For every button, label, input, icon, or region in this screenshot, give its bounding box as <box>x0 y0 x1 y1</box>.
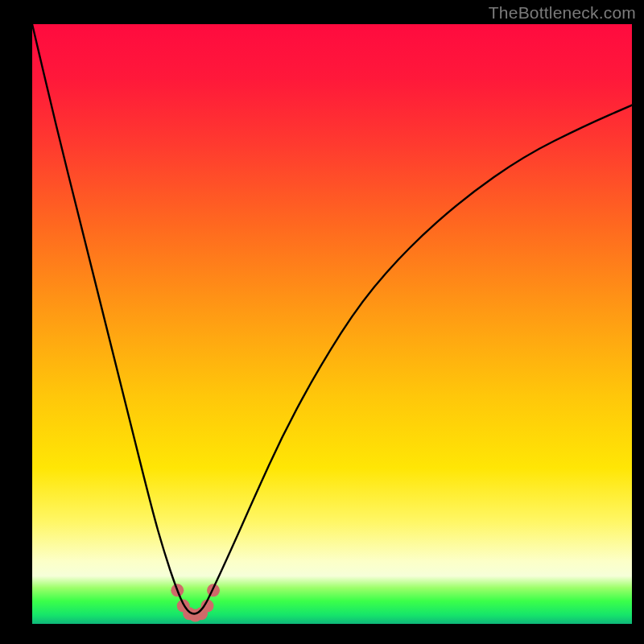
watermark-text: TheBottleneck.com <box>489 3 636 23</box>
chart-frame: TheBottleneck.com <box>0 0 644 644</box>
chart-svg <box>32 24 632 624</box>
curve-path <box>32 24 632 614</box>
plot-area <box>32 24 632 624</box>
